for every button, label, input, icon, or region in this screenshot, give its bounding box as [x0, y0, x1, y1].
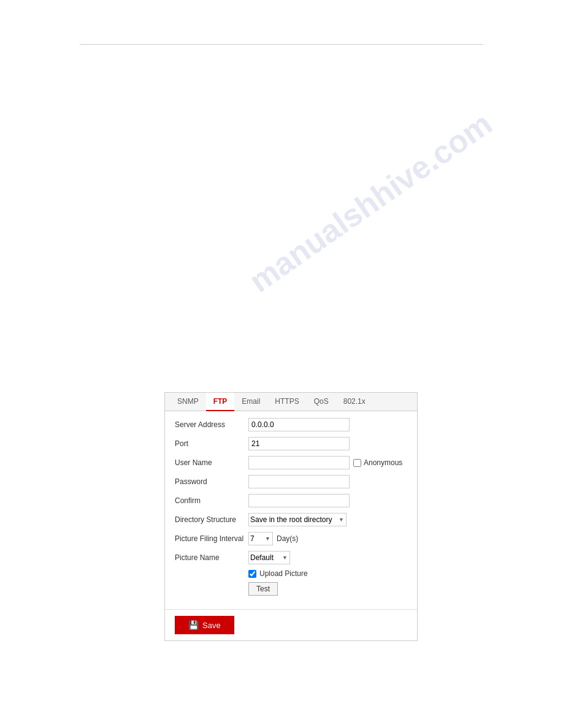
form-area: Server Address Port User Name Anonymous … — [165, 411, 417, 609]
anonymous-wrapper: Anonymous — [353, 458, 402, 467]
picture-filing-interval-label: Picture Filing Interval — [175, 534, 248, 543]
picture-filing-interval-select[interactable]: 1 3 7 14 30 — [248, 532, 273, 545]
picture-name-select[interactable]: Default Custom — [248, 551, 290, 564]
tab-snmp[interactable]: SNMP — [170, 393, 206, 411]
save-icon: 💾 — [188, 620, 199, 630]
test-row: Test — [248, 582, 407, 596]
tab-ftp[interactable]: FTP — [206, 393, 235, 411]
upload-picture-row: Upload Picture — [248, 569, 407, 578]
top-divider — [80, 44, 483, 45]
picture-filing-interval-row: Picture Filing Interval 1 3 7 14 30 Day(… — [175, 531, 407, 546]
directory-structure-row: Directory Structure Save in the root dir… — [175, 512, 407, 527]
directory-structure-select-wrapper: Save in the root directory Use device da… — [248, 513, 347, 526]
tab-qos[interactable]: QoS — [307, 393, 336, 411]
anonymous-label: Anonymous — [364, 458, 402, 467]
username-label: User Name — [175, 458, 248, 467]
save-button[interactable]: 💾 Save — [175, 616, 234, 634]
save-bar: 💾 Save — [165, 609, 417, 640]
password-input[interactable] — [248, 475, 350, 488]
server-address-input[interactable] — [248, 418, 350, 431]
watermark: manualshhive.com — [242, 105, 499, 300]
port-row: Port — [175, 436, 407, 451]
settings-panel: SNMP FTP Email HTTPS QoS 802.1x Server A… — [164, 392, 418, 641]
confirm-label: Confirm — [175, 496, 248, 505]
password-label: Password — [175, 477, 248, 486]
picture-name-row: Picture Name Default Custom — [175, 550, 407, 565]
server-address-row: Server Address — [175, 417, 407, 432]
confirm-row: Confirm — [175, 493, 407, 508]
tab-8021x[interactable]: 802.1x — [336, 393, 373, 411]
tabs-bar: SNMP FTP Email HTTPS QoS 802.1x — [165, 393, 417, 411]
upload-picture-checkbox[interactable] — [248, 570, 256, 578]
anonymous-checkbox[interactable] — [353, 459, 361, 467]
picture-name-label: Picture Name — [175, 553, 248, 562]
directory-structure-select[interactable]: Save in the root directory Use device da… — [248, 513, 347, 526]
port-label: Port — [175, 439, 248, 448]
save-label: Save — [202, 621, 221, 630]
tab-https[interactable]: HTTPS — [267, 393, 306, 411]
confirm-input[interactable] — [248, 494, 350, 507]
picture-name-select-wrapper: Default Custom — [248, 551, 290, 564]
server-address-label: Server Address — [175, 420, 248, 429]
picture-filing-interval-select-wrapper: 1 3 7 14 30 — [248, 532, 273, 545]
directory-structure-label: Directory Structure — [175, 515, 248, 524]
username-row: User Name Anonymous — [175, 455, 407, 470]
upload-picture-label: Upload Picture — [259, 569, 308, 578]
port-input[interactable] — [248, 437, 350, 450]
tab-email[interactable]: Email — [234, 393, 267, 411]
username-input[interactable] — [248, 456, 350, 469]
test-button[interactable]: Test — [248, 582, 278, 596]
password-row: Password — [175, 474, 407, 489]
days-label: Day(s) — [277, 534, 298, 543]
